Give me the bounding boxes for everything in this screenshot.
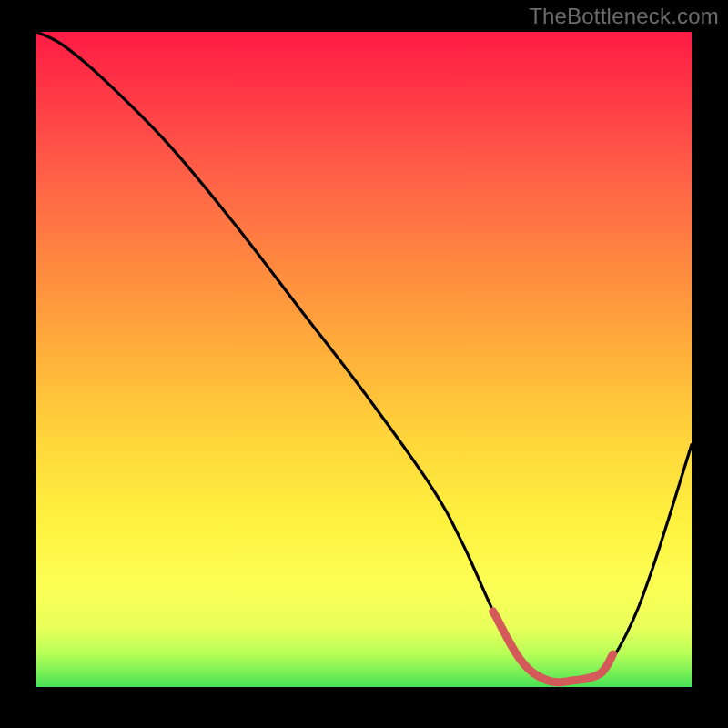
chart-frame: TheBottleneck.com: [0, 0, 728, 728]
watermark-text: TheBottleneck.com: [529, 4, 719, 29]
chart-svg: [36, 32, 692, 687]
bottleneck-curve-highlight: [493, 612, 613, 682]
bottleneck-curve-path: [36, 32, 692, 682]
